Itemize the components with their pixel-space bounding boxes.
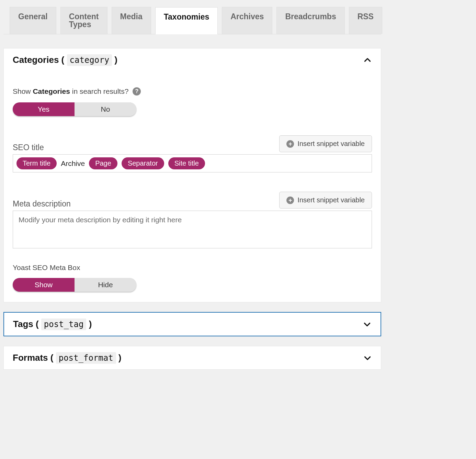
token-separator[interactable]: Separator [122,157,164,169]
panel-categories-body: Show Categories in search results? ? Yes… [4,71,381,302]
toggle-hide[interactable]: Hide [75,278,136,292]
token-archive[interactable]: Archive [61,159,85,168]
meta-desc-label: Meta description [13,199,71,209]
toggle-show[interactable]: Show [13,278,75,292]
tab-media[interactable]: Media [112,7,151,34]
insert-snippet-variable-seo-title[interactable]: + Insert snippet variable [279,135,372,152]
help-icon[interactable]: ? [133,87,141,96]
toggle-meta-box: Show Hide [13,278,136,292]
q-post: in search results? [70,87,128,95]
tab-general[interactable]: General [10,7,56,34]
panel-tags: Tags ( post_tag ) [3,312,381,336]
chevron-down-icon [363,320,372,329]
tab-content-types[interactable]: Content Types [60,7,107,34]
panel-title-slug: category [67,54,112,66]
panel-formats-header[interactable]: Formats ( post_format ) [4,346,381,369]
settings-tabs: General Content Types Media Taxonomies A… [3,7,381,34]
meta-description-input[interactable] [13,211,372,248]
chevron-down-icon [363,354,372,362]
field-meta-desc-header: Meta description + Insert snippet variab… [13,192,372,209]
panel-title-slug: post_tag [41,318,87,330]
show-in-search-label: Show Categories in search results? ? [13,87,372,96]
insert-variable-label: Insert snippet variable [297,140,365,148]
q-pre: Show [13,87,33,95]
panel-title-prefix: Formats ( [13,352,56,363]
tab-archives[interactable]: Archives [222,7,272,34]
seo-title-input[interactable]: Term title Archive Page Separator Site t… [13,154,372,172]
meta-box-label: Yoast SEO Meta Box [13,264,372,272]
token-term-title[interactable]: Term title [16,157,57,169]
token-site-title[interactable]: Site title [168,157,205,169]
panel-title-prefix: Tags ( [13,319,41,329]
panel-categories-title: Categories ( category ) [13,55,117,65]
plus-circle-icon: + [286,140,294,148]
panel-title-suffix: ) [112,55,117,65]
chevron-up-icon [363,56,372,65]
tab-rss[interactable]: RSS [349,7,382,34]
panel-formats-title: Formats ( post_format ) [13,352,122,363]
panel-title-suffix: ) [86,319,92,329]
field-seo-title-header: SEO title + Insert snippet variable [13,135,372,152]
panel-tags-title: Tags ( post_tag ) [13,319,92,329]
q-bold: Categories [33,87,70,95]
panel-categories-header[interactable]: Categories ( category ) [4,48,381,71]
toggle-no[interactable]: No [75,102,136,116]
toggle-show-in-search: Yes No [13,102,136,116]
plus-circle-icon: + [286,197,294,204]
token-page[interactable]: Page [89,157,117,169]
panel-title-prefix: Categories ( [13,55,67,65]
field-show-in-search: Show Categories in search results? ? Yes… [13,87,372,116]
tab-taxonomies[interactable]: Taxonomies [155,7,218,34]
insert-snippet-variable-meta-desc[interactable]: + Insert snippet variable [279,192,372,209]
panel-categories: Categories ( category ) Show Categories … [3,48,381,302]
panel-formats: Formats ( post_format ) [3,346,381,370]
panel-title-slug: post_format [56,352,116,364]
toggle-yes[interactable]: Yes [13,102,75,116]
insert-variable-label: Insert snippet variable [297,196,365,204]
tab-breadcrumbs[interactable]: Breadcrumbs [276,7,344,34]
panel-tags-header[interactable]: Tags ( post_tag ) [4,313,381,336]
panel-title-suffix: ) [116,352,122,363]
seo-title-label: SEO title [13,143,44,152]
